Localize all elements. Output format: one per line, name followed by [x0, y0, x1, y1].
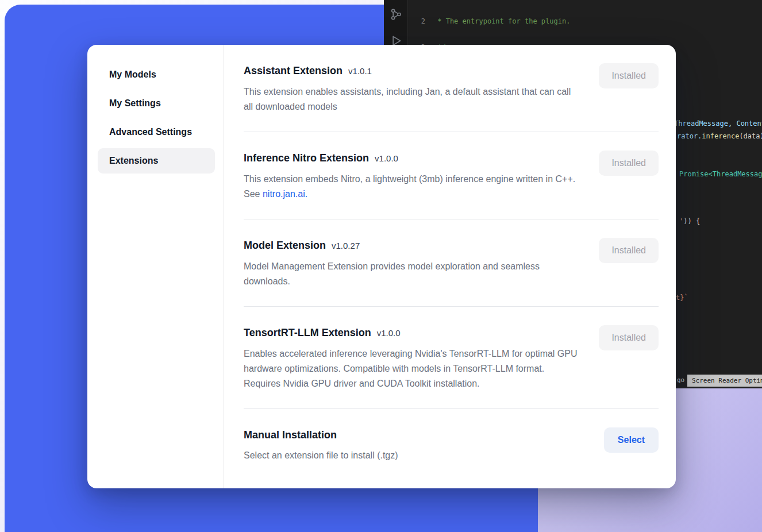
extensions-panel: Assistant Extension v1.0.1 This extensio… [224, 45, 676, 488]
code-text: Promise<ThreadMessage> [679, 170, 762, 178]
installed-button[interactable]: Installed [599, 238, 659, 263]
sidebar-item-my-settings[interactable]: My Settings [98, 91, 215, 116]
extension-description: This extension enables assistants, inclu… [244, 84, 579, 114]
extension-name: Assistant Extension [244, 63, 342, 78]
code-fragment: Promise<ThreadMessage> [679, 169, 762, 179]
extension-version: v1.0.1 [348, 64, 372, 79]
sidebar-item-label: My Settings [109, 98, 161, 109]
extension-version: v1.0.0 [377, 326, 401, 341]
extension-info: Assistant Extension v1.0.1 This extensio… [244, 63, 579, 114]
code-fragment: ')) { [679, 217, 700, 226]
code-line: 2 * The entrypoint for the plugin. [408, 17, 762, 26]
manual-installation-description: Select an extension file to install (.tg… [244, 448, 398, 463]
sidebar-item-label: Extensions [109, 156, 158, 166]
extension-info: TensortRT-LLM Extension v1.0.0 Enables a… [244, 325, 579, 391]
installed-button[interactable]: Installed [599, 63, 659, 88]
extension-title-row: Model Extension v1.0.27 [244, 238, 579, 253]
code-text: )) { [683, 217, 700, 225]
extension-description: Enables accelerated inference leveraging… [244, 346, 579, 391]
extension-row-nitro: Inference Nitro Extension v1.0.0 This ex… [244, 151, 659, 202]
code-text: rator. [677, 132, 702, 140]
sidebar-item-my-models[interactable]: My Models [98, 62, 215, 87]
manual-installation-row: Manual Installation Select an extension … [244, 427, 659, 463]
code-text: (data)); [739, 132, 762, 140]
section-divider [244, 306, 659, 307]
extension-info: Manual Installation Select an extension … [244, 427, 398, 463]
extension-version: v1.0.27 [332, 238, 360, 253]
code-text: t}` [676, 294, 688, 302]
extension-info: Inference Nitro Extension v1.0.0 This ex… [244, 151, 579, 202]
screen-reader-optimize-status[interactable]: Screen Reader Optimize [687, 375, 762, 387]
extension-name: Model Extension [244, 238, 326, 253]
settings-modal: My Models My Settings Advanced Settings … [87, 45, 676, 488]
page-background: 2 * The entrypoint for the plugin. 3 */ … [0, 0, 762, 532]
nitro-jan-ai-link[interactable]: nitro.jan.ai. [263, 189, 307, 199]
source-control-graph-icon[interactable] [390, 8, 402, 21]
extension-title-row: Inference Nitro Extension v1.0.0 [244, 151, 579, 166]
extension-description: Model Management Extension provides mode… [244, 259, 579, 289]
manual-installation-title: Manual Installation [244, 427, 337, 442]
code-text: inference [702, 132, 739, 140]
code-fragment: t}` [676, 293, 688, 302]
line-number: 2 [408, 17, 425, 26]
extension-title-row: TensortRT-LLM Extension v1.0.0 [244, 325, 579, 341]
extension-description: This extension embeds Nitro, a lightweig… [244, 172, 579, 202]
section-divider [244, 132, 659, 132]
extension-row-tensorrt-llm: TensortRT-LLM Extension v1.0.0 Enables a… [244, 325, 659, 391]
sidebar-item-extensions[interactable]: Extensions [98, 148, 215, 174]
settings-sidebar: My Models My Settings Advanced Settings … [87, 45, 224, 488]
extension-row-model: Model Extension v1.0.27 Model Management… [244, 238, 659, 289]
code-comment: * The entrypoint for the plugin. [433, 17, 570, 26]
extension-title-row: Manual Installation [244, 427, 398, 442]
select-file-button[interactable]: Select [604, 427, 659, 453]
sidebar-item-label: Advanced Settings [109, 127, 192, 137]
sidebar-item-label: My Models [109, 70, 156, 80]
status-bar-text: go [677, 376, 684, 384]
extension-row-assistant: Assistant Extension v1.0.1 This extensio… [244, 63, 659, 114]
code-fragment: rator.inference(data)); [677, 132, 762, 141]
section-divider [244, 219, 659, 219]
extension-title-row: Assistant Extension v1.0.1 [244, 63, 579, 79]
extension-name: TensortRT-LLM Extension [244, 325, 371, 340]
extension-version: v1.0.0 [375, 151, 398, 166]
extension-name: Inference Nitro Extension [244, 151, 369, 165]
installed-button[interactable]: Installed [599, 325, 659, 350]
extension-info: Model Extension v1.0.27 Model Management… [244, 238, 579, 289]
sidebar-item-advanced-settings[interactable]: Advanced Settings [98, 119, 215, 145]
section-divider [244, 408, 659, 409]
installed-button[interactable]: Installed [599, 151, 659, 176]
